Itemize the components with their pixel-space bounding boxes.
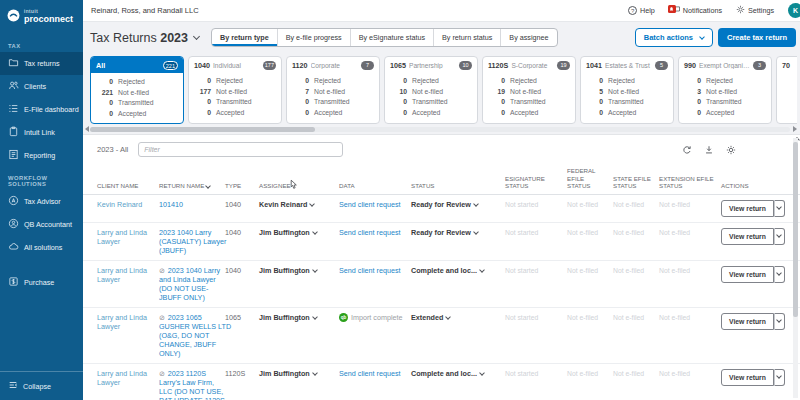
assignee-dropdown[interactable]: Jim Buffington	[259, 228, 317, 237]
tab-by-assignee[interactable]: By assignee	[501, 29, 556, 46]
sidebar-item-purchase[interactable]: Purchase	[0, 271, 83, 294]
sidebar-item-e-file-dashboard[interactable]: E-File dashboard	[0, 98, 83, 121]
return-name-link[interactable]: ⊘ 2023 1040 Larryand Linda Lawyer(DO NOT…	[159, 266, 220, 302]
return-name-link[interactable]: 101410	[159, 200, 220, 209]
sidebar-item-tax-advisor[interactable]: Tax Advisor	[0, 190, 83, 213]
return-name-link[interactable]: 2023 1040 Larry(CASUALTY) Lawyer(JBUFF)	[159, 228, 220, 255]
view-return-caret[interactable]	[774, 228, 785, 245]
vertical-scrollbar-thumb[interactable]	[793, 142, 798, 317]
sidebar-item-clients[interactable]: Clients	[0, 75, 83, 98]
assignee-dropdown[interactable]: Jim Buffington	[259, 369, 317, 378]
return-name-link[interactable]: ⊘ 2023 1065GUSHER WELLS LTD(O&G, DO NOTC…	[159, 313, 220, 358]
esignature-status: Not started	[505, 229, 538, 236]
assignee-dropdown[interactable]: Kevin Reinard	[259, 200, 314, 209]
card-count-badge: 10	[459, 61, 472, 70]
stat-label: Rejected	[118, 77, 145, 88]
create-tax-return-button[interactable]: Create tax return	[718, 28, 796, 47]
filter-input[interactable]	[138, 142, 343, 157]
view-return-caret[interactable]	[774, 200, 785, 217]
horizontal-scrollbar[interactable]	[90, 127, 790, 132]
proconnect-logo[interactable]: intuit proconnect	[0, 0, 83, 35]
tab-by-return-status[interactable]: By return status	[434, 29, 501, 46]
notifications-button[interactable]: Notifications	[669, 5, 722, 16]
download-icon[interactable]	[704, 145, 714, 155]
view-return-caret[interactable]	[774, 266, 785, 283]
sidebar-item-reporting[interactable]: Reporting	[0, 144, 83, 167]
vertical-scrollbar[interactable]	[792, 128, 799, 398]
tab-by-esignature-status[interactable]: By eSignature status	[351, 29, 434, 46]
return-type: 1040	[225, 228, 241, 237]
view-return-button[interactable]: View return	[721, 200, 774, 217]
view-return-button[interactable]: View return	[721, 228, 774, 245]
stat-label: Transmitted	[510, 97, 546, 108]
settings-button[interactable]: Settings	[736, 5, 774, 16]
send-client-request-link[interactable]: Send client request	[339, 266, 401, 275]
column-header-state-efile-status: STATE EFILE STATUS	[613, 175, 659, 190]
sidebar-item-all-solutions[interactable]: All solutions	[0, 236, 83, 259]
view-return-caret[interactable]	[774, 313, 785, 330]
return-name-link[interactable]: ⊘ 2023 1120SLarry's Law Firm,LLC (DO NOT…	[159, 369, 220, 400]
sidebar-item-tax-returns[interactable]: Tax returns	[0, 52, 83, 75]
extension-efile-status: Not e-filed	[659, 229, 690, 236]
card-count-badge: 7	[361, 61, 374, 70]
batch-actions-button[interactable]: Batch actions	[635, 28, 713, 47]
client-name-link[interactable]: Larry and Linda Lawyer	[97, 266, 147, 284]
esignature-status: Not started	[505, 267, 538, 274]
tab-by-return-type[interactable]: By return type	[212, 29, 278, 46]
client-name-link[interactable]: Larry and Linda Lawyer	[97, 313, 147, 331]
card-label: Estates & Trust	[605, 62, 652, 69]
status-dropdown[interactable]: Ready for Review	[411, 228, 478, 237]
assignee-dropdown[interactable]: Jim Buffington	[259, 266, 317, 275]
summary-card-1065[interactable]: 1065Partnership100Rejected10Not e-filed0…	[384, 56, 478, 124]
stat-value: 7	[293, 87, 309, 98]
summary-card-1040[interactable]: 1040Individual1770Rejected177Not e-filed…	[188, 56, 282, 124]
summary-card-all[interactable]: All2210Rejected221Not e-filed0Transmitte…	[90, 56, 184, 124]
status-dropdown[interactable]: Extended	[411, 313, 450, 322]
federal-efile-status: Not e-filed	[567, 201, 598, 208]
refresh-icon[interactable]	[682, 145, 692, 155]
status-dropdown[interactable]: Ready for Review	[411, 200, 478, 209]
card-stat-row: 0Rejected	[587, 76, 667, 87]
view-return-button[interactable]: View return	[721, 369, 774, 386]
column-header-return-name[interactable]: RETURN NAME	[159, 182, 225, 190]
client-name-link[interactable]: Kevin Reinard	[97, 200, 142, 209]
card-stat-row: 0Accepted	[489, 108, 569, 119]
user-avatar[interactable]: K	[788, 3, 800, 18]
sidebar-item-label: Purchase	[24, 278, 54, 287]
send-client-request-link[interactable]: Send client request	[339, 200, 401, 209]
sidebar-item-qb-accountant[interactable]: QB Accountant	[0, 213, 83, 236]
status-dropdown[interactable]: Complete and loc...	[411, 266, 484, 275]
summary-card-1120s[interactable]: 1120SS-Corporate190Rejected19Not e-filed…	[482, 56, 576, 124]
status-dropdown[interactable]: Complete and loc...	[411, 369, 484, 378]
tab-by-e-file-progress[interactable]: By e-file progress	[278, 29, 351, 46]
summary-card-1041[interactable]: 1041Estates & Trust50Rejected5Not e-file…	[580, 56, 674, 124]
federal-efile-status: Not e-filed	[567, 370, 598, 377]
table-settings-gear-icon[interactable]	[726, 145, 736, 155]
card-code: 1065	[390, 61, 406, 70]
column-header-federal-efile-status: FEDERAL EFILE STATUS	[567, 167, 613, 190]
horizontal-scrollbar-thumb[interactable]	[90, 127, 315, 132]
stat-label: Accepted	[216, 108, 244, 119]
send-client-request-link[interactable]: Send client request	[339, 369, 401, 378]
sidebar-item-label: QB Accountant	[24, 220, 72, 229]
import-complete-link[interactable]: qbImport complete	[339, 313, 403, 322]
send-client-request-link[interactable]: Send client request	[339, 228, 401, 237]
client-name-link[interactable]: Larry and Linda Lawyer	[97, 228, 147, 246]
card-label: S-Corporate	[511, 62, 554, 69]
sidebar-item-intuit-link[interactable]: Intuit Link	[0, 121, 83, 144]
year-dropdown-chevron[interactable]	[193, 33, 200, 40]
client-name-link[interactable]: Larry and Linda Lawyer	[97, 369, 147, 387]
assignee-dropdown[interactable]: Jim Buffington	[259, 313, 317, 322]
summary-card-1120[interactable]: 1120Corporate70Rejected7Not e-filed0Tran…	[286, 56, 380, 124]
view-return-caret[interactable]	[774, 369, 785, 386]
help-button[interactable]: ? Help	[628, 6, 655, 15]
summary-card-990[interactable]: 990Exempt Organiz...30Rejected3Not e-fil…	[678, 56, 772, 124]
summary-card-70[interactable]: 70	[776, 56, 797, 124]
scroll-left-arrow[interactable]	[85, 126, 89, 132]
state-efile-status: Not e-filed	[613, 229, 644, 236]
view-return-button[interactable]: View return	[721, 266, 774, 283]
sidebar-collapse-button[interactable]: Collapse	[0, 371, 83, 400]
view-return-split-button: View return	[721, 266, 785, 283]
column-header-actions: ACTIONS	[721, 182, 786, 190]
view-return-button[interactable]: View return	[721, 313, 774, 330]
